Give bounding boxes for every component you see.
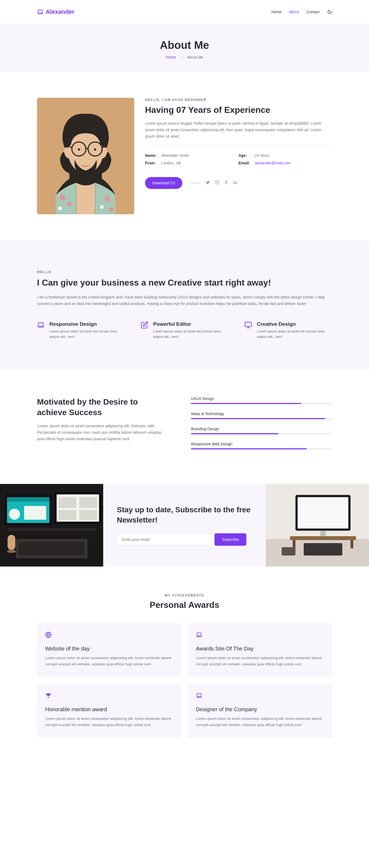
svg-point-5 (78, 149, 80, 151)
creative-subtitle: HELLO (37, 270, 332, 274)
award-para: Lorem ipsum dolor sit amet consectetur a… (45, 716, 173, 728)
svg-point-10 (105, 196, 110, 202)
breadcrumb-home[interactable]: Home (166, 55, 176, 59)
skill-bar (191, 403, 332, 404)
feature-title: Powerful Editor (153, 321, 228, 327)
feature-editor: Powerful EditorLorem ipsum dolor sit ame… (141, 321, 228, 340)
skill-name: Responsive Web Design (191, 442, 332, 446)
age-label: Age: (238, 153, 255, 158)
social-links (190, 180, 237, 186)
svg-rect-16 (38, 322, 44, 326)
skill-name: UI/UX Design (191, 397, 332, 401)
age-value: 24 Years (255, 153, 269, 158)
skill-item: UI/UX Design (191, 397, 332, 404)
svg-rect-42 (350, 540, 353, 549)
profile-image (37, 98, 134, 214)
linkedin-icon[interactable] (233, 180, 237, 186)
svg-rect-47 (197, 694, 201, 696)
feature-para: Lorem ipsum dolor sit amet elit consec t… (257, 329, 332, 340)
skill-item: Branding Design (191, 427, 332, 434)
creative-para: I am a freelancer based in the United Ki… (37, 294, 332, 307)
svg-point-14 (216, 182, 218, 183)
breadcrumb-current: About Me (187, 55, 203, 59)
svg-point-8 (67, 202, 72, 207)
skill-bar (191, 448, 332, 450)
svg-rect-26 (59, 497, 77, 508)
skill-fill (191, 403, 301, 404)
svg-point-7 (60, 195, 65, 200)
svg-rect-30 (7, 528, 96, 531)
newsletter-form: Subscribe (117, 533, 246, 546)
skill-bar (191, 418, 332, 419)
about-subtitle: HELLO, I AM UI/UX DESIGNER (145, 98, 332, 102)
email-value[interactable]: alexander@mail.com (255, 161, 290, 165)
globe-icon (45, 631, 173, 639)
facebook-icon[interactable] (224, 180, 228, 186)
award-title: Awards Site Of The Day (196, 646, 324, 652)
email-input[interactable] (117, 533, 216, 546)
logo[interactable]: Alexander (37, 8, 74, 16)
award-card: Website of the day Lorem ipsum dolor sit… (37, 623, 181, 677)
svg-rect-0 (38, 10, 42, 13)
svg-point-6 (94, 149, 96, 151)
moon-icon[interactable] (327, 9, 332, 14)
awards-section: MY ACHIEVEMENTS Personal Awards Website … (0, 566, 369, 754)
award-para: Lorem ipsum dolor sit amet consectetur a… (45, 655, 173, 668)
nav-home[interactable]: Home (272, 10, 282, 14)
svg-rect-27 (79, 497, 97, 508)
skills-para: Lorem, ipsum dolor sit amet consectetur … (37, 423, 167, 442)
skills-section: Motivated by the Desire to achieve Succe… (0, 370, 369, 484)
feature-para: Lorem ipsum dolor sit amet elit consec t… (153, 329, 228, 340)
svg-rect-40 (290, 536, 356, 540)
trophy-icon (45, 692, 173, 700)
twitter-icon[interactable] (205, 180, 210, 186)
svg-point-9 (58, 207, 62, 210)
about-heading: Having 07 Years of Experience (145, 105, 332, 115)
svg-point-12 (109, 208, 113, 212)
feature-creative: Creative DesignLorem ipsum dolor sit ame… (245, 321, 332, 340)
svg-rect-32 (19, 542, 85, 555)
laptop-icon (37, 9, 44, 15)
instagram-icon[interactable] (215, 180, 219, 186)
header: Alexander Home About Contact (0, 0, 369, 24)
skill-fill (191, 448, 307, 450)
svg-rect-46 (197, 633, 201, 636)
newsletter-heading: Stay up to date, Subscribe to the free N… (117, 505, 252, 525)
feature-para: Lorem ipsum dolor sit amet elit consec t… (50, 329, 124, 340)
svg-rect-39 (320, 531, 325, 536)
skill-fill (191, 418, 325, 419)
creative-section: HELLO I Can give your business a new Cre… (0, 240, 369, 370)
award-card: Awards Site Of The Day Lorem ipsum dolor… (188, 623, 332, 677)
svg-rect-21 (7, 497, 50, 501)
svg-rect-44 (282, 547, 295, 556)
breadcrumb: Home → About Me (0, 55, 369, 59)
award-title: Designer of the Company (196, 706, 324, 713)
name-value: Alexander Smith (161, 153, 189, 158)
award-card: Honorable mention award Lorem ipsum dolo… (37, 684, 181, 738)
newsletter-section: Stay up to date, Subscribe to the free N… (0, 484, 369, 566)
download-cv-button[interactable]: Download CV (145, 177, 182, 189)
svg-rect-29 (79, 510, 97, 520)
svg-point-34 (7, 550, 16, 553)
skill-name: Branding Design (191, 427, 332, 431)
email-label: Email: (238, 161, 255, 165)
monitor-icon (245, 321, 252, 340)
divider (145, 146, 332, 146)
svg-point-11 (100, 205, 104, 209)
skills-heading: Motivated by the Desire to achieve Succe… (37, 397, 167, 417)
nav-contact[interactable]: Contact (307, 10, 319, 14)
award-para: Lorem ipsum dolor sit amet consectetur a… (196, 716, 324, 728)
nav-about[interactable]: About (289, 10, 299, 14)
skill-name: Ideas & Technology (191, 412, 332, 416)
subscribe-button[interactable]: Subscribe (215, 533, 246, 546)
svg-rect-41 (292, 540, 295, 549)
skill-item: Responsive Web Design (191, 442, 332, 450)
feature-title: Creative Design (257, 321, 332, 327)
award-title: Honorable mention award (45, 706, 173, 713)
creative-heading: I Can give your business a new Creative … (37, 278, 332, 288)
info-grid: Name:Alexander Smith From:London, UK Age… (145, 153, 332, 168)
svg-rect-23 (24, 506, 46, 520)
svg-rect-17 (245, 322, 251, 326)
chevron-right-icon: → (180, 55, 183, 59)
svg-rect-28 (59, 510, 77, 520)
